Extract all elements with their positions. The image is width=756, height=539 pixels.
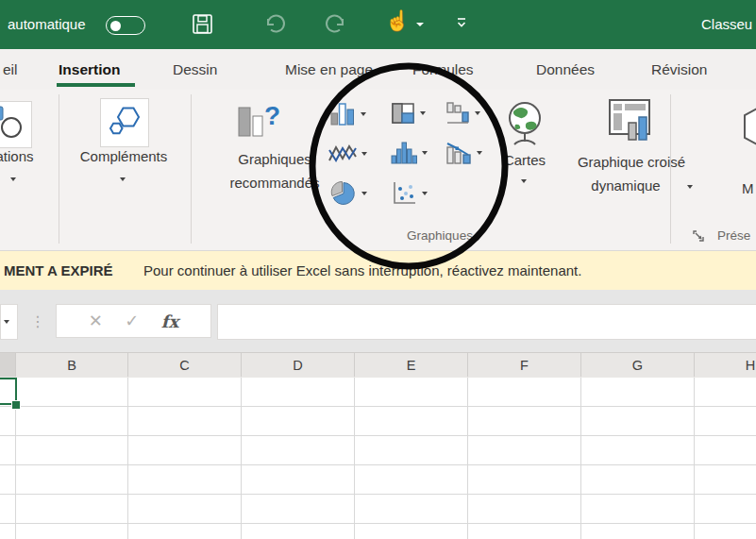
- statistic-chart-icon: [391, 140, 417, 166]
- line-chart-icon: [328, 142, 357, 166]
- insert-pie-chart-button[interactable]: [330, 180, 367, 207]
- insert-scatter-chart-button[interactable]: [391, 180, 428, 207]
- group-separator: [59, 94, 59, 244]
- gridline: [354, 378, 355, 539]
- fill-handle[interactable]: [11, 400, 21, 410]
- pivot-chart-label-2: dynamique: [564, 177, 687, 194]
- cartes-label: Cartes: [501, 152, 548, 168]
- redo-icon[interactable]: [324, 11, 348, 36]
- group-separator: [191, 94, 192, 244]
- illustrations-label: rations: [0, 148, 48, 164]
- insert-hierarchy-chart-button[interactable]: [391, 101, 426, 126]
- column-header[interactable]: H: [695, 353, 756, 377]
- gridline: [241, 378, 242, 539]
- dropdown-icon: [361, 192, 367, 195]
- complements-button[interactable]: [100, 98, 149, 147]
- charts-dialog-launcher-icon[interactable]: [692, 229, 705, 246]
- cartes-button[interactable]: [506, 98, 544, 155]
- active-cell-border-bottom: [0, 403, 11, 405]
- dropdown-icon: [477, 151, 482, 155]
- column-header[interactable]: C: [128, 353, 242, 377]
- insert-line-chart-button[interactable]: [328, 142, 367, 166]
- recommended-charts-button[interactable]: ?: [236, 100, 283, 143]
- column-header[interactable]: B: [16, 353, 128, 377]
- gridline: [127, 378, 128, 539]
- pie-chart-icon: [330, 180, 357, 207]
- column-header[interactable]: F: [468, 353, 581, 377]
- next-button-label-partial: M: [742, 180, 756, 196]
- notification-message: Pour continuer à utiliser Excel sans int…: [143, 251, 581, 290]
- insert-statistic-chart-button[interactable]: [391, 140, 428, 166]
- column-headers: B C D E F G H: [0, 353, 756, 379]
- recommended-charts-label-1: Graphiques: [227, 151, 323, 167]
- pivot-chart-icon: [608, 98, 655, 153]
- autosave-toggle[interactable]: [106, 16, 145, 35]
- name-box-dropdown-icon: [4, 320, 9, 324]
- cancel-icon[interactable]: ✕: [89, 311, 103, 331]
- tab-donnees[interactable]: Données: [536, 49, 595, 90]
- hierarchy-chart-icon: [391, 101, 415, 126]
- next-group-partial-icon[interactable]: [740, 105, 756, 152]
- pivot-chart-dropdown-icon: [687, 185, 693, 189]
- illustrations-button[interactable]: [0, 101, 32, 148]
- undo-icon[interactable]: [262, 11, 287, 36]
- column-header[interactable]: D: [242, 353, 355, 377]
- touch-mode-dropdown-icon[interactable]: [416, 23, 424, 26]
- dropdown-icon: [361, 112, 366, 116]
- dropdown-icon: [422, 192, 428, 195]
- pivot-chart-button[interactable]: [608, 98, 655, 157]
- tab-revision[interactable]: Révision: [651, 49, 707, 90]
- dropdown-icon: [475, 111, 480, 115]
- spreadsheet-grid[interactable]: [0, 378, 756, 539]
- license-notification-bar: MENT A EXPIRÉ Pour continuer à utiliser …: [0, 251, 756, 291]
- column-header-label: E: [407, 358, 416, 373]
- tab-formules[interactable]: Formules: [412, 49, 474, 90]
- notification-title: MENT A EXPIRÉ: [4, 251, 113, 290]
- column-header-label: D: [293, 358, 302, 373]
- next-group-label-partial: Prése: [717, 228, 756, 243]
- ribbon: rations Compléments ? Graphiques recomma…: [0, 90, 756, 251]
- autosave-label: automatique: [8, 0, 86, 49]
- qat-customize-icon[interactable]: [455, 17, 468, 29]
- enter-icon[interactable]: ✓: [125, 311, 139, 331]
- touch-mode-icon[interactable]: ☝: [385, 9, 410, 32]
- combo-chart-icon: [445, 140, 472, 166]
- complements-label: Compléments: [71, 148, 176, 164]
- column-header[interactable]: E: [355, 353, 468, 377]
- dropdown-icon: [420, 111, 426, 115]
- insert-column-chart-button[interactable]: [330, 102, 366, 126]
- autosave-toggle-knob: [110, 21, 121, 31]
- complements-dropdown-icon: [120, 177, 126, 181]
- formula-bar-splitter[interactable]: ⋮: [30, 312, 46, 330]
- tab-accueil-partial[interactable]: eil: [3, 49, 18, 90]
- name-box[interactable]: [0, 304, 18, 340]
- insert-waterfall-chart-button[interactable]: [445, 101, 480, 126]
- recommended-charts-icon: ?: [236, 100, 283, 140]
- gridline: [467, 378, 468, 539]
- column-header-label: H: [746, 358, 755, 373]
- gridline: [580, 378, 581, 539]
- title-bar: automatique ☝: [0, 0, 756, 49]
- insert-function-icon[interactable]: fx: [161, 312, 178, 331]
- cartes-dropdown-icon: [521, 179, 527, 183]
- svg-text:?: ?: [264, 101, 280, 130]
- column-header-label: F: [520, 358, 529, 373]
- recommended-charts-label-2: recommandés: [227, 175, 323, 191]
- scatter-chart-icon: [391, 180, 417, 207]
- formula-bar-buttons: ✕ ✓ fx: [56, 304, 211, 338]
- column-chart-icon: [330, 102, 356, 126]
- column-header-a-partial[interactable]: [0, 353, 16, 377]
- formula-input[interactable]: [217, 304, 756, 340]
- column-header[interactable]: G: [581, 353, 695, 377]
- insert-combo-chart-button[interactable]: [445, 140, 482, 166]
- column-header-label: B: [67, 358, 76, 373]
- selected-tab-underline: [57, 83, 135, 87]
- save-icon[interactable]: [192, 13, 213, 35]
- tab-mise-en-page[interactable]: Mise en page: [285, 49, 373, 90]
- tab-dessin[interactable]: Dessin: [173, 49, 217, 90]
- excel-window: automatique ☝: [0, 0, 756, 539]
- formula-bar: ⋮ ✕ ✓ fx: [0, 290, 756, 353]
- illustrations-dropdown-icon: [10, 177, 16, 181]
- gridline: [694, 378, 695, 539]
- workbook-title: Classeu: [701, 0, 752, 49]
